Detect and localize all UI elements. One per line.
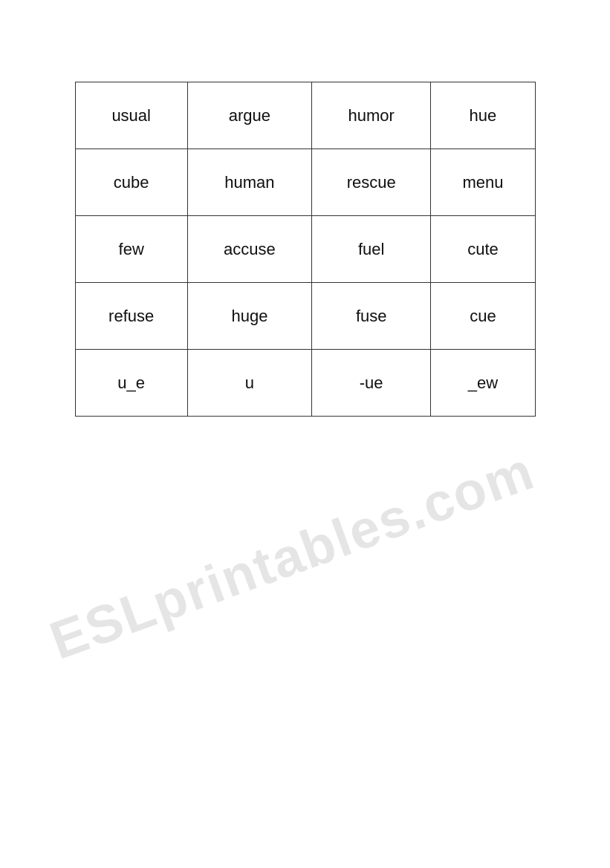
table-row: fewaccusefuelcute xyxy=(75,216,535,283)
cell-3-1: huge xyxy=(187,283,311,350)
cell-4-3: _ew xyxy=(431,350,535,417)
cell-1-3: menu xyxy=(431,149,535,216)
cell-3-3: cue xyxy=(431,283,535,350)
cell-4-2: -ue xyxy=(312,350,431,417)
table-row: cubehumanrescuemenu xyxy=(75,149,535,216)
cell-2-2: fuel xyxy=(312,216,431,283)
cell-4-1: u xyxy=(187,350,311,417)
cell-0-0: usual xyxy=(75,82,187,149)
cell-2-1: accuse xyxy=(187,216,311,283)
cell-0-2: humor xyxy=(312,82,431,149)
table-row: u_eu-ue_ew xyxy=(75,350,535,417)
table-container: usualarguehumorhuecubehumanrescuemenufew… xyxy=(75,82,536,868)
cell-2-3: cute xyxy=(431,216,535,283)
page: usualarguehumorhuecubehumanrescuemenufew… xyxy=(0,0,610,868)
table-row: usualarguehumorhue xyxy=(75,82,535,149)
cell-3-0: refuse xyxy=(75,283,187,350)
table-row: refusehugefusecue xyxy=(75,283,535,350)
cell-3-2: fuse xyxy=(312,283,431,350)
cell-1-2: rescue xyxy=(312,149,431,216)
cell-2-0: few xyxy=(75,216,187,283)
word-table: usualarguehumorhuecubehumanrescuemenufew… xyxy=(75,82,536,417)
cell-0-1: argue xyxy=(187,82,311,149)
cell-0-3: hue xyxy=(431,82,535,149)
cell-1-1: human xyxy=(187,149,311,216)
cell-4-0: u_e xyxy=(75,350,187,417)
cell-1-0: cube xyxy=(75,149,187,216)
